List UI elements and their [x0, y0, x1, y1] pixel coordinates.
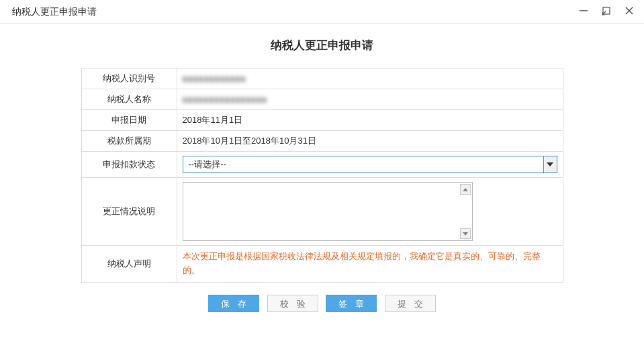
window-controls: [577, 6, 636, 18]
submit-button[interactable]: 提交: [385, 295, 436, 312]
sign-button[interactable]: 签章: [326, 295, 377, 312]
deduction-status-select[interactable]: --请选择--: [183, 156, 557, 173]
chevron-down-icon[interactable]: [543, 156, 557, 173]
deduction-status-label: 申报扣款状态: [81, 152, 177, 178]
svg-marker-7: [463, 232, 468, 236]
minimize-icon[interactable]: [577, 6, 590, 18]
titlebar: 纳税人更正申报申请: [0, 0, 644, 24]
page-title: 纳税人更正申报申请: [0, 38, 644, 53]
form-table: 纳税人识别号 ■■■■■■■■■■■■ 纳税人名称 ■■■■■■■■■■■■■■…: [81, 68, 563, 283]
declare-date-label: 申报日期: [81, 110, 177, 131]
button-row: 保存 校验 签章 提交: [0, 295, 644, 312]
taxpayer-id-value: ■■■■■■■■■■■■: [177, 68, 563, 89]
window-title: 纳税人更正申报申请: [12, 6, 97, 18]
taxpayer-name-value: ■■■■■■■■■■■■■■■■: [177, 89, 563, 110]
declaration-text: 本次更正申报是根据国家税收法律法规及相关规定填报的，我确定它是真实的、可靠的、完…: [177, 246, 563, 283]
tax-period-value: 2018年10月1日至2018年10月31日: [177, 131, 563, 152]
scroll-down-icon[interactable]: [460, 228, 471, 239]
taxpayer-id-label: 纳税人识别号: [81, 68, 177, 89]
content-area: 纳税人更正申报申请 纳税人识别号 ■■■■■■■■■■■■ 纳税人名称 ■■■■…: [0, 24, 644, 312]
correction-desc-label: 更正情况说明: [81, 178, 177, 246]
tax-period-label: 税款所属期: [81, 131, 177, 152]
deduction-status-selected: --请选择--: [183, 158, 543, 171]
correction-desc-textarea[interactable]: [183, 182, 473, 241]
maximize-icon[interactable]: [600, 6, 613, 18]
verify-button[interactable]: 校验: [267, 295, 318, 312]
close-icon[interactable]: [623, 6, 636, 18]
scroll-up-icon[interactable]: [460, 184, 471, 195]
save-button[interactable]: 保存: [208, 295, 259, 312]
declaration-label: 纳税人声明: [81, 246, 177, 283]
declare-date-value: 2018年11月1日: [177, 110, 563, 131]
svg-marker-6: [463, 188, 468, 191]
svg-marker-5: [547, 162, 553, 166]
taxpayer-name-label: 纳税人名称: [81, 89, 177, 110]
